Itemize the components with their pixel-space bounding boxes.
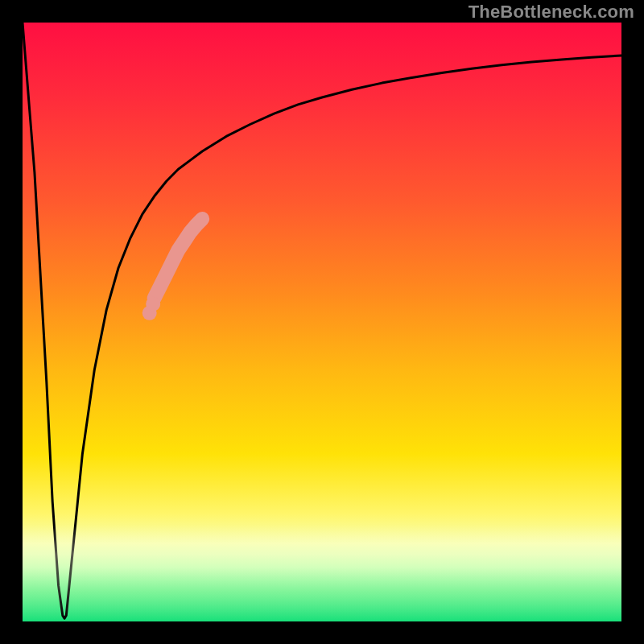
curve-svg — [23, 23, 621, 621]
highlight-dot — [146, 297, 160, 312]
highlight-dots — [142, 297, 161, 320]
highlight-segment-path — [155, 219, 203, 298]
plot-area — [23, 23, 621, 621]
chart-frame: TheBottleneck.com — [0, 0, 644, 644]
watermark-text: TheBottleneck.com — [469, 2, 634, 23]
bottleneck-curve-path — [23, 23, 621, 618]
